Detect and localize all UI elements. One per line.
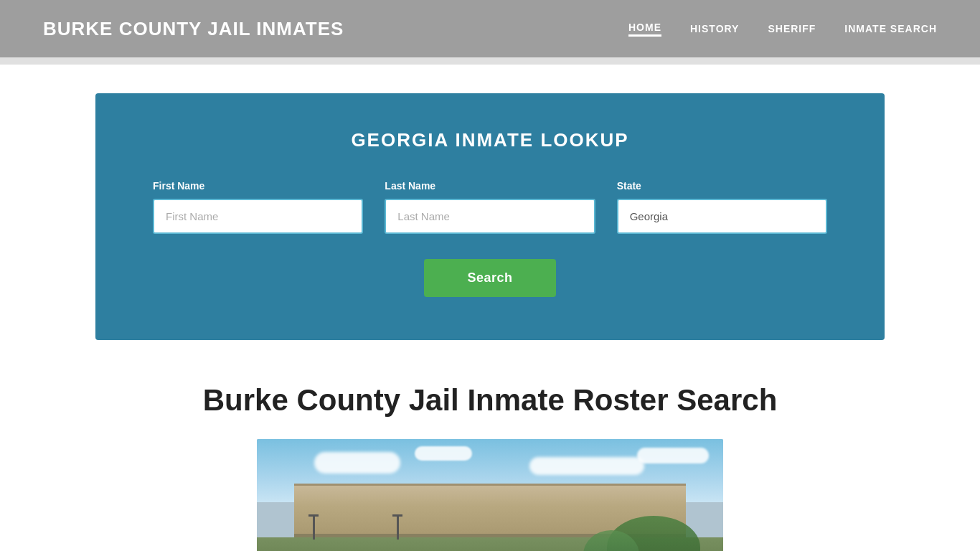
- first-name-label: First Name: [153, 180, 363, 192]
- site-title: BURKE COUNTY JAIL INMATES: [43, 18, 344, 40]
- cloud-1: [314, 452, 400, 474]
- nav-home[interactable]: HOME: [628, 22, 661, 37]
- roster-title: Burke County Jail Inmate Roster Search: [43, 383, 937, 418]
- main-nav: HOME HISTORY SHERIFF INMATE SEARCH: [628, 22, 937, 37]
- search-button-row: Search: [153, 259, 827, 297]
- subheader-bar: [0, 57, 980, 65]
- last-name-label: Last Name: [385, 180, 595, 192]
- state-label: State: [617, 180, 827, 192]
- last-name-input[interactable]: [385, 199, 595, 234]
- cloud-2: [415, 446, 472, 461]
- street-pole-1: [313, 514, 315, 540]
- last-name-group: Last Name: [385, 180, 595, 234]
- pole-top-2: [392, 514, 402, 517]
- form-row: First Name Last Name State: [153, 180, 827, 234]
- first-name-group: First Name: [153, 180, 363, 234]
- nav-inmate-search[interactable]: INMATE SEARCH: [844, 23, 937, 34]
- cloud-3: [529, 457, 644, 475]
- inmate-lookup-section: GEORGIA INMATE LOOKUP First Name Last Na…: [95, 93, 885, 340]
- pole-top-1: [308, 514, 319, 517]
- street-pole-2: [397, 514, 399, 540]
- nav-history[interactable]: HISTORY: [690, 23, 739, 34]
- site-header: BURKE COUNTY JAIL INMATES HOME HISTORY S…: [0, 0, 980, 57]
- state-group: State: [617, 180, 827, 234]
- search-button[interactable]: Search: [424, 259, 555, 297]
- main-content: Burke County Jail Inmate Roster Search: [0, 369, 980, 551]
- nav-sheriff[interactable]: SHERIFF: [768, 23, 816, 34]
- jail-image: [257, 439, 723, 551]
- first-name-input[interactable]: [153, 199, 363, 234]
- lookup-title: GEORGIA INMATE LOOKUP: [153, 129, 827, 151]
- cloud-4: [637, 448, 709, 463]
- state-input[interactable]: [617, 199, 827, 234]
